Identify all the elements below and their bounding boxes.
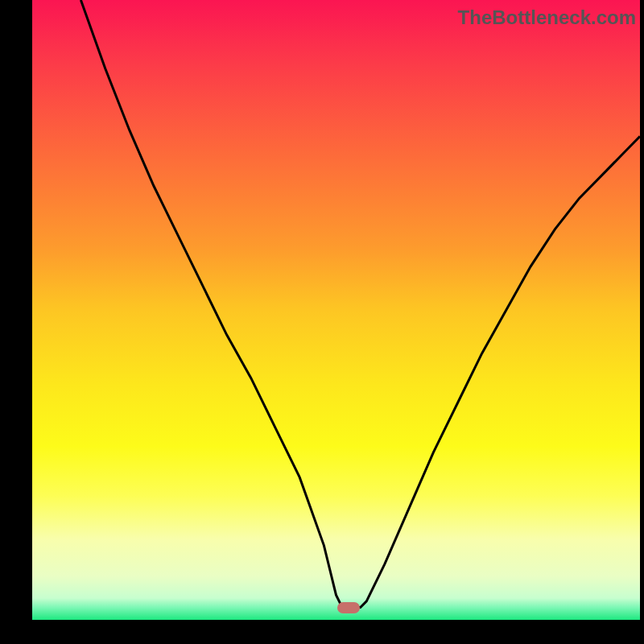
frame-left [0, 0, 32, 644]
optimum-marker [337, 602, 360, 613]
bottleneck-curve [32, 0, 640, 620]
watermark-text: TheBottleneck.com [458, 6, 636, 29]
plot-area [32, 0, 640, 620]
chart-container: TheBottleneck.com [0, 0, 644, 644]
frame-bottom [0, 620, 644, 644]
frame-right [640, 0, 644, 644]
